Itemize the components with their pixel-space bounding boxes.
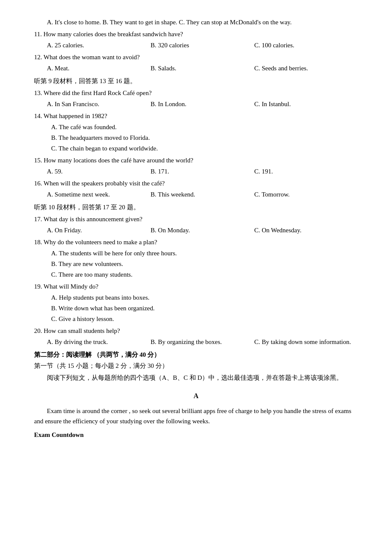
question-12-options: A. Meat. B. Salads. C. Seeds and berries… <box>34 63 358 73</box>
q13-option-a: A. In San Francisco. <box>47 99 150 109</box>
section1-title: 第一节（共 15 小题；每小题 2 分，满分 30 分） <box>34 361 358 371</box>
question-18-text: 18. Why do the volunteers need to make a… <box>34 237 358 247</box>
passage-a-label: A <box>34 390 358 402</box>
question-11-block: 11. How many calories does the breakfast… <box>34 29 358 50</box>
question-17-text: 17. What day is this announcement given? <box>34 214 358 224</box>
question-15-options: A. 59. B. 171. C. 191. <box>34 166 358 176</box>
q17-option-c: C. On Wednesday. <box>254 225 358 235</box>
intro-option-a: A. It's close to home. B. They want to g… <box>47 17 358 27</box>
q15-option-b: B. 171. <box>150 166 254 176</box>
q16-option-c: C. Tomorrow. <box>254 189 358 199</box>
q13-option-b: B. In London. <box>150 99 254 109</box>
reading-instruction: 阅读下列短文，从每题所给的四个选项（A、B、C 和 D）中，选出最佳选项，并在答… <box>34 373 358 383</box>
q12-option-c: C. Seeds and berries. <box>254 63 358 73</box>
q17-option-b: B. On Monday. <box>150 225 254 235</box>
question-18-block: 18. Why do the volunteers need to make a… <box>34 237 358 280</box>
question-20-text: 20. How can small students help? <box>34 326 358 336</box>
q14-option-a: A. The café was founded. <box>51 122 358 132</box>
question-18-options: A. The students will be here for only th… <box>34 248 358 280</box>
q18-option-a: A. The students will be here for only th… <box>51 248 358 258</box>
q19-option-a: A. Help students put beans into boxes. <box>51 292 358 303</box>
q19-option-b: B. Write down what has been organized. <box>51 303 358 313</box>
question-20-block: 20. How can small students help? A. By d… <box>34 326 358 347</box>
q14-option-b: B. The headquarters moved to Florida. <box>51 133 358 143</box>
question-15-block: 15. How many locations does the café hav… <box>34 155 358 176</box>
passage-a-intro: Exam time is around the corner , so seek… <box>34 406 358 426</box>
q17-option-a: A. On Friday. <box>47 225 150 235</box>
question-11-text: 11. How many calories does the breakfast… <box>34 29 358 39</box>
part2-title: 第二部分：阅读理解 （共两节，满分 40 分） <box>34 350 358 360</box>
question-19-options: A. Help students put beans into boxes. B… <box>34 292 358 324</box>
q18-option-b: B. They are new volunteers. <box>51 259 358 269</box>
listening-section-9-label: 听第 9 段材料，回答第 13 至 16 题。 <box>34 76 358 86</box>
q13-option-c: C. In Istanbul. <box>254 99 358 109</box>
q12-option-b: B. Salads. <box>150 63 254 73</box>
question-14-text: 14. What happened in 1982? <box>34 111 358 121</box>
q20-option-b: B. By organizing the boxes. <box>150 337 254 347</box>
question-20-options: A. By driving the truck. B. By organizin… <box>34 337 358 347</box>
question-13-text: 13. Where did the first Hard Rock Café o… <box>34 88 358 98</box>
q11-option-c: C. 100 calories. <box>254 40 358 50</box>
question-19-block: 19. What will Mindy do? A. Help students… <box>34 281 358 324</box>
question-19-text: 19. What will Mindy do? <box>34 281 358 292</box>
intro-options-row: A. It's close to home. B. They want to g… <box>34 17 358 27</box>
question-11-options: A. 25 calories. B. 320 calories C. 100 c… <box>34 40 358 50</box>
listening-section-10-label: 听第 10 段材料，回答第 17 至 20 题。 <box>34 202 358 212</box>
question-16-text: 16. When will the speakers probably visi… <box>34 178 358 188</box>
question-17-block: 17. What day is this announcement given?… <box>34 214 358 235</box>
question-12-block: 12. What does the woman want to avoid? A… <box>34 52 358 73</box>
q16-option-a: A. Sometime next week. <box>47 189 150 199</box>
q20-option-c: C. By taking down some information. <box>254 337 358 347</box>
q11-option-b: B. 320 calories <box>150 40 254 50</box>
question-16-block: 16. When will the speakers probably visi… <box>34 178 358 199</box>
q12-option-a: A. Meat. <box>47 63 150 73</box>
q18-option-c: C. There are too many students. <box>51 269 358 280</box>
question-13-options: A. In San Francisco. B. In London. C. In… <box>34 99 358 109</box>
intro-options-block: A. It's close to home. B. They want to g… <box>34 17 358 27</box>
q14-option-c: C. The chain began to expand worldwide. <box>51 143 358 153</box>
app1-title: Exam Countdown <box>34 430 358 440</box>
question-14-block: 14. What happened in 1982? A. The café w… <box>34 111 358 153</box>
question-13-block: 13. Where did the first Hard Rock Café o… <box>34 88 358 109</box>
question-15-text: 15. How many locations does the café hav… <box>34 155 358 165</box>
question-17-options: A. On Friday. B. On Monday. C. On Wednes… <box>34 225 358 235</box>
q15-option-c: C. 191. <box>254 166 358 176</box>
q11-option-a: A. 25 calories. <box>47 40 150 50</box>
q19-option-c: C. Give a history lesson. <box>51 314 358 324</box>
q20-option-a: A. By driving the truck. <box>47 337 150 347</box>
question-14-options: A. The café was founded. B. The headquar… <box>34 122 358 153</box>
q15-option-a: A. 59. <box>47 166 150 176</box>
q16-option-b: B. This weekend. <box>150 189 254 199</box>
question-12-text: 12. What does the woman want to avoid? <box>34 52 358 62</box>
question-16-options: A. Sometime next week. B. This weekend. … <box>34 189 358 199</box>
